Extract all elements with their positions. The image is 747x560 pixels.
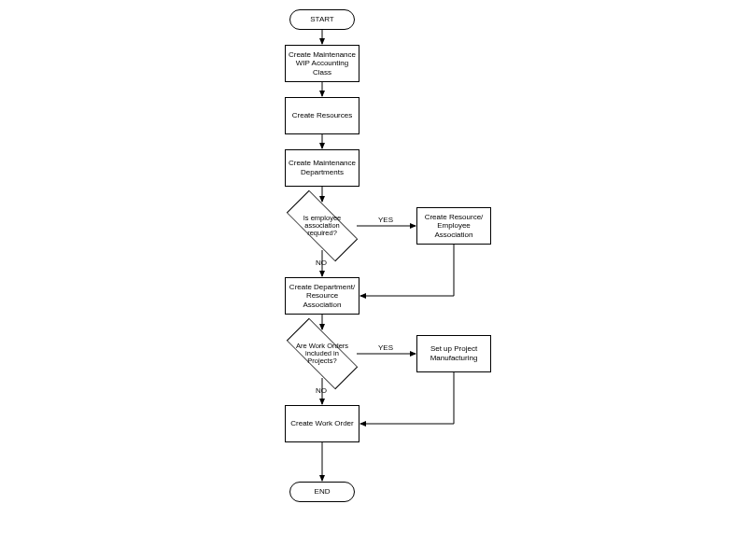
node-label: Create Maintenance Departments [288,159,357,176]
process-create-work-order: Create Work Order [285,405,359,442]
edge-label-d2-no: NO [316,386,327,395]
node-label: Create Maintenance WIP Accounting Class [288,50,357,77]
node-label: Create Resource/ Employee Association [419,213,488,240]
node-label: Create Resources [292,111,352,120]
decision-work-orders-included-in-projects: Are Work Orders included in Projects? [288,330,357,377]
node-label: Create Work Order [290,419,353,428]
process-set-up-project-manufacturing: Set up Project Manufacturing [416,335,491,372]
edge-label-d1-yes: YES [378,216,393,224]
decision-employee-association-required: Is employee association required? [288,203,357,249]
node-label: END [315,487,331,497]
terminator-start: START [289,9,355,30]
edge-label-d2-yes: YES [378,343,393,352]
process-create-resource-employee-association: Create Resource/ Employee Association [416,207,491,245]
terminator-end: END [289,482,355,502]
process-create-maintenance-wip-accounting-class: Create Maintenance WIP Accounting Class [285,45,359,82]
flowchart-arrows [0,0,747,560]
node-label: Is employee association required? [288,203,357,249]
node-label: Are Work Orders included in Projects? [288,330,357,377]
node-label: START [310,15,333,24]
process-create-department-resource-association: Create Department/ Resource Association [285,277,359,315]
node-label: Create Department/ Resource Association [288,283,357,310]
node-label: Set up Project Manufacturing [419,344,488,362]
process-create-resources: Create Resources [285,97,359,134]
process-create-maintenance-departments: Create Maintenance Departments [285,149,359,187]
edge-label-d1-no: NO [316,259,327,267]
